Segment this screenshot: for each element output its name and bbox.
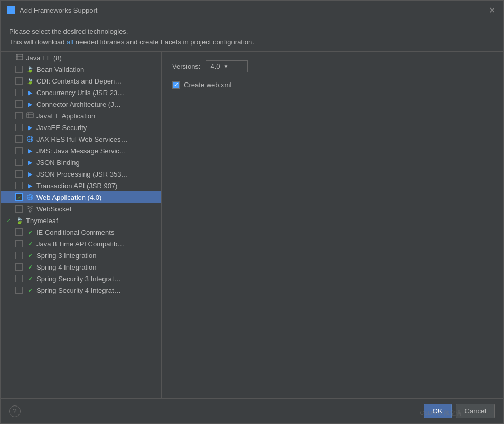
version-select[interactable]: 4.0 ▼ [206, 60, 248, 72]
group-thymeleaf-label: Thymeleaf [26, 217, 58, 225]
create-xml-row[interactable]: ✓ Create web.xml [172, 81, 493, 89]
java8-time-checkbox[interactable] [15, 240, 23, 247]
thymeleaf-icon: 🍃 [15, 216, 24, 225]
item-connector[interactable]: ▶ Connector Architecture (J… [1, 98, 161, 110]
bean-validation-icon: 🍃 [26, 65, 34, 73]
spring4-checkbox[interactable] [15, 263, 23, 271]
cdi-icon: 🍃 [26, 77, 34, 85]
transaction-checkbox[interactable] [15, 182, 23, 189]
jax-rest-icon [26, 135, 34, 143]
group-thymeleaf-checkbox[interactable]: ✓ [5, 217, 12, 224]
svg-point-14 [29, 210, 31, 212]
right-panel: Versions: 4.0 ▼ ✓ Create web.xml [162, 52, 503, 398]
java8-time-label: Java 8 Time API Compatib… [36, 240, 124, 248]
spring-security3-icon: ✔ [26, 274, 34, 283]
javaee-security-checkbox[interactable] [15, 124, 23, 131]
item-json-binding[interactable]: ▶ JSON Binding [1, 156, 161, 168]
json-binding-checkbox[interactable] [15, 159, 23, 166]
version-value: 4.0 [210, 62, 220, 70]
cdi-label: CDI: Contexts and Depen… [36, 77, 122, 85]
highlight-all: all [67, 38, 73, 46]
json-processing-checkbox[interactable] [15, 170, 23, 178]
item-cdi[interactable]: 🍃 CDI: Contexts and Depen… [1, 75, 161, 87]
close-button[interactable]: ✕ [487, 5, 497, 15]
websocket-label: WebSocket [36, 205, 71, 213]
java8-time-icon: ✔ [26, 239, 34, 248]
help-button[interactable]: ? [9, 405, 21, 417]
item-json-processing[interactable]: ▶ JSON Processing (JSR 353… [1, 168, 161, 180]
item-javaee-security[interactable]: ▶ JavaEE Security [1, 122, 161, 133]
spring-security4-icon: ✔ [26, 286, 34, 294]
web-app-icon [26, 193, 34, 201]
title-bar-left: IE Add Frameworks Support [7, 6, 97, 14]
svg-text:IE: IE [9, 7, 14, 13]
cancel-button[interactable]: Cancel [456, 404, 495, 418]
javaee-security-icon: ▶ [26, 123, 34, 132]
group-javaee-label: Java EE (8) [26, 54, 62, 62]
item-jax-rest[interactable]: JAX RESTful Web Services… [1, 133, 161, 145]
bean-validation-label: Bean Validation [36, 66, 84, 73]
description: Please select the desired technologies. … [1, 20, 503, 51]
item-bean-validation[interactable]: 🍃 Bean Validation [1, 63, 161, 75]
svg-rect-5 [27, 113, 33, 118]
versions-row: Versions: 4.0 ▼ [172, 60, 493, 72]
group-javaee-checkbox[interactable] [5, 54, 12, 61]
item-spring3[interactable]: ✔ Spring 3 Integration [1, 250, 161, 261]
spring-security3-checkbox[interactable] [15, 275, 23, 282]
spring-security3-label: Spring Security 3 Integrat… [36, 275, 121, 283]
connector-label: Connector Architecture (J… [36, 100, 121, 108]
javaee-app-label: JavaEE Application [36, 112, 95, 120]
dialog-icon: IE [7, 6, 15, 14]
jms-checkbox[interactable] [15, 147, 23, 154]
ok-button[interactable]: OK [424, 404, 452, 418]
item-java8-time[interactable]: ✔ Java 8 Time API Compatib… [1, 238, 161, 250]
main-area: Java EE (8) 🍃 Bean Validation 🍃 CDI: Con… [1, 51, 503, 398]
cdi-checkbox[interactable] [15, 77, 23, 85]
item-spring4[interactable]: ✔ Spring 4 Integration [1, 261, 161, 273]
json-binding-label: JSON Binding [36, 159, 80, 167]
ie-comments-checkbox[interactable] [15, 228, 23, 236]
create-xml-label: Create web.xml [184, 81, 231, 89]
json-binding-icon: ▶ [26, 158, 34, 167]
json-processing-icon: ▶ [26, 170, 34, 178]
websocket-checkbox[interactable] [15, 205, 23, 213]
footer-buttons: OK Cancel [424, 404, 495, 418]
item-concurrency[interactable]: ▶ Concurrency Utils (JSR 23… [1, 87, 161, 98]
jms-label: JMS: Java Message Servic… [36, 147, 126, 155]
jax-rest-label: JAX RESTful Web Services… [36, 135, 127, 143]
versions-label: Versions: [172, 62, 200, 70]
description-line2: This will download all needed libraries … [9, 37, 495, 48]
javaee-app-checkbox[interactable] [15, 112, 23, 119]
item-websocket[interactable]: WebSocket [1, 203, 161, 215]
javaee-security-label: JavaEE Security [36, 124, 87, 132]
spring-security4-checkbox[interactable] [15, 287, 23, 294]
jax-rest-checkbox[interactable] [15, 135, 23, 143]
version-dropdown-arrow: ▼ [223, 63, 229, 69]
concurrency-checkbox[interactable] [15, 89, 23, 96]
item-spring-security4[interactable]: ✔ Spring Security 4 Integrat… [1, 284, 161, 296]
item-ie-comments[interactable]: ✔ IE Conditional Comments [1, 226, 161, 238]
item-transaction[interactable]: ▶ Transaction API (JSR 907) [1, 180, 161, 191]
item-jms[interactable]: ▶ JMS: Java Message Servic… [1, 145, 161, 156]
dialog-title: Add Frameworks Support [20, 6, 97, 14]
footer: ? OK Cancel [1, 398, 503, 423]
bean-validation-checkbox[interactable] [15, 66, 23, 73]
item-javaee-app[interactable]: JavaEE Application [1, 110, 161, 122]
web-app-checkbox[interactable]: ✓ [15, 193, 23, 201]
spring4-icon: ✔ [26, 263, 34, 271]
item-spring-security3[interactable]: ✔ Spring Security 3 Integrat… [1, 273, 161, 284]
spring3-icon: ✔ [26, 251, 34, 260]
concurrency-label: Concurrency Utils (JSR 23… [36, 89, 124, 97]
spring4-label: Spring 4 Integration [36, 263, 96, 271]
javaee-app-icon [26, 112, 34, 120]
item-web-app[interactable]: ✓ Web Application (4.0) [1, 191, 161, 203]
group-thymeleaf[interactable]: ✓ 🍃 Thymeleaf [1, 215, 161, 226]
connector-checkbox[interactable] [15, 100, 23, 108]
websocket-icon [26, 205, 34, 213]
create-xml-checkbox[interactable]: ✓ [172, 81, 180, 89]
ie-comments-label: IE Conditional Comments [36, 228, 114, 236]
ie-comments-icon: ✔ [26, 228, 34, 236]
spring3-checkbox[interactable] [15, 252, 23, 259]
svg-rect-2 [16, 54, 23, 60]
group-javaee[interactable]: Java EE (8) [1, 52, 161, 63]
